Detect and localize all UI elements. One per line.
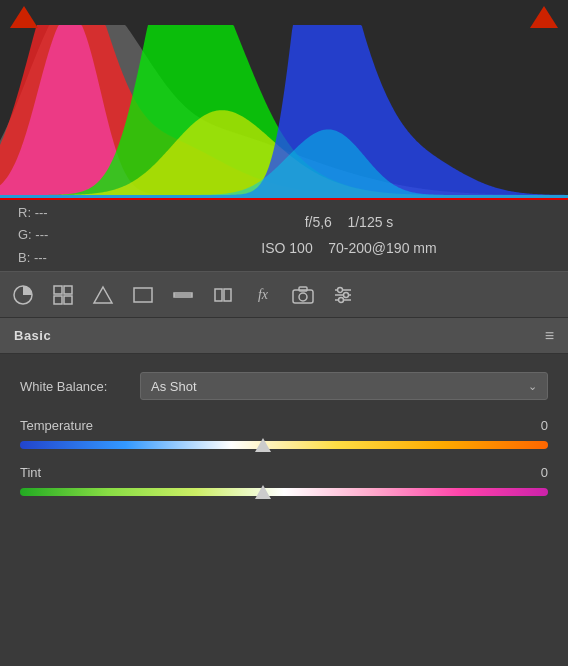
- adjustments-icon[interactable]: [330, 282, 356, 308]
- rgb-readout: R: --- G: --- B: ---: [0, 202, 130, 268]
- histogram-tool-icon[interactable]: [10, 282, 36, 308]
- white-balance-value: As Shot: [151, 379, 197, 394]
- tint-value: 0: [541, 465, 548, 480]
- svg-rect-3: [54, 296, 62, 304]
- svg-rect-2: [64, 286, 72, 294]
- r-label: R:: [18, 205, 31, 220]
- r-value: ---: [35, 205, 48, 220]
- tint-header: Tint 0: [20, 465, 548, 480]
- aperture-value: f/5,6: [305, 214, 332, 230]
- temperature-slider-thumb[interactable]: [255, 438, 271, 452]
- focal-length-value: 70-200@190 mm: [328, 240, 436, 256]
- controls-area: White Balance: As Shot ⌄ Temperature 0 T…: [0, 354, 568, 522]
- shutter-value: 1/125 s: [347, 214, 393, 230]
- white-balance-label: White Balance:: [20, 379, 140, 394]
- panel-menu-icon[interactable]: ≡: [545, 327, 554, 345]
- info-bar: R: --- G: --- B: --- f/5,6 1/125 s ISO 1…: [0, 200, 568, 272]
- svg-point-12: [299, 293, 307, 301]
- g-value: ---: [35, 227, 48, 242]
- crop-tool-icon[interactable]: [130, 282, 156, 308]
- panel-header: Basic ≡: [0, 318, 568, 354]
- temperature-value: 0: [541, 418, 548, 433]
- r-readout: R: ---: [18, 202, 130, 224]
- svg-rect-6: [134, 288, 152, 302]
- radial-filter-icon[interactable]: [210, 282, 236, 308]
- svg-rect-10: [224, 289, 231, 301]
- svg-rect-4: [64, 296, 72, 304]
- b-readout: B: ---: [18, 247, 130, 269]
- chevron-down-icon: ⌄: [528, 380, 537, 393]
- svg-rect-13: [299, 287, 307, 291]
- heal-tool-icon[interactable]: [170, 282, 196, 308]
- tint-label: Tint: [20, 465, 41, 480]
- svg-rect-1: [54, 286, 62, 294]
- grid-tool-icon[interactable]: [50, 282, 76, 308]
- highlights-clip-indicator[interactable]: [530, 6, 558, 28]
- temperature-row: Temperature 0: [20, 418, 548, 449]
- b-label: B:: [18, 250, 30, 265]
- fx-tool-icon[interactable]: fx: [250, 282, 276, 308]
- exif-row2: ISO 100 70-200@190 mm: [130, 236, 568, 261]
- histogram-panel: [0, 0, 568, 200]
- panel-title: Basic: [14, 328, 51, 343]
- shadows-clip-indicator[interactable]: [10, 6, 38, 28]
- temperature-slider-track[interactable]: [20, 441, 548, 449]
- svg-rect-9: [215, 289, 222, 301]
- temperature-label: Temperature: [20, 418, 93, 433]
- tint-row: Tint 0: [20, 465, 548, 496]
- camera-tool-icon[interactable]: [290, 282, 316, 308]
- tint-slider-track[interactable]: [20, 488, 548, 496]
- b-value: ---: [34, 250, 47, 265]
- iso-value: ISO 100: [261, 240, 312, 256]
- svg-point-17: [338, 287, 343, 292]
- histogram-canvas: [0, 0, 568, 200]
- toolbar: fx: [0, 272, 568, 318]
- white-balance-dropdown[interactable]: As Shot ⌄: [140, 372, 548, 400]
- temperature-header: Temperature 0: [20, 418, 548, 433]
- tone-curve-icon[interactable]: [90, 282, 116, 308]
- svg-point-18: [344, 292, 349, 297]
- g-label: G:: [18, 227, 32, 242]
- exif-readout: f/5,6 1/125 s ISO 100 70-200@190 mm: [130, 210, 568, 260]
- g-readout: G: ---: [18, 224, 130, 246]
- tint-slider-thumb[interactable]: [255, 485, 271, 499]
- svg-marker-5: [94, 287, 112, 303]
- white-balance-row: White Balance: As Shot ⌄: [20, 372, 548, 400]
- exif-row1: f/5,6 1/125 s: [130, 210, 568, 235]
- svg-point-19: [339, 297, 344, 302]
